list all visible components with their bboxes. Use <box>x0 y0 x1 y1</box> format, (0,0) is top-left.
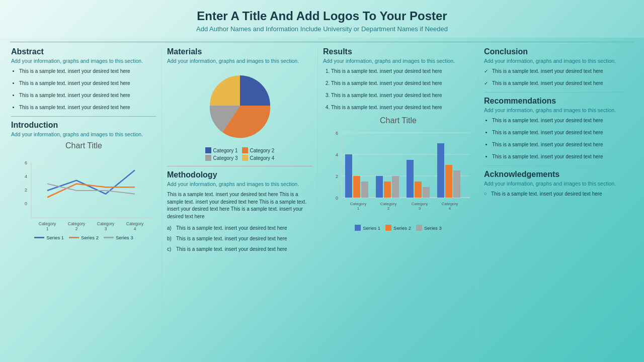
bar-chart-legend: Series 1 Series 2 Series 3 <box>355 225 442 231</box>
list-item: This is a sample text. insert your desir… <box>331 92 473 99</box>
pie-legend-cat1: Category 1 <box>205 147 238 153</box>
svg-rect-35 <box>415 182 422 198</box>
legend-dot-2 <box>242 147 248 153</box>
acknowledgements-section: Acknowledgements Add your information, g… <box>484 170 625 198</box>
svg-text:Category: Category <box>68 221 86 226</box>
svg-text:4: 4 <box>25 174 27 179</box>
svg-text:Category: Category <box>380 202 396 206</box>
svg-text:6: 6 <box>336 131 338 136</box>
conclusion-subtitle: Add your information, graphs and images … <box>484 58 625 64</box>
column-3: Results Add your information, graphs and… <box>318 47 479 351</box>
bar-legend-rect-2 <box>385 225 391 231</box>
bar-legend-label-2: Series 2 <box>393 225 411 231</box>
recommendations-subtitle: Add your information, graphs and images … <box>484 107 625 113</box>
legend-line-2 <box>69 237 79 238</box>
svg-text:Category: Category <box>126 221 144 226</box>
recommendations-title: Recommendations <box>484 97 625 106</box>
legend-dot-3 <box>205 155 211 161</box>
list-item: This is a sample text. insert your desir… <box>492 129 625 136</box>
svg-text:4: 4 <box>449 206 451 211</box>
svg-text:Category: Category <box>442 202 458 206</box>
svg-text:Category: Category <box>412 202 428 206</box>
pie-legend-cat3: Category 3 <box>205 155 238 161</box>
svg-text:1: 1 <box>357 206 360 211</box>
pie-label-3: Category 3 <box>213 155 238 161</box>
poster-subtitle: Add Author Names and Information Include… <box>10 25 634 33</box>
introduction-title: Introduction <box>11 121 156 130</box>
list-item: This is a sample text. insert your desir… <box>19 68 156 75</box>
conclusion-section: Conclusion Add your information, graphs … <box>484 47 625 87</box>
bar-legend-rect-1 <box>355 225 361 231</box>
results-title: Results <box>323 47 473 56</box>
list-item: This is a sample text. insert your desir… <box>492 141 625 148</box>
svg-rect-28 <box>345 154 352 198</box>
svg-text:6: 6 <box>25 160 27 165</box>
column-2: Materials Add your information, graphs a… <box>162 47 318 351</box>
legend-label-3: Series 3 <box>116 235 133 240</box>
svg-text:3: 3 <box>419 206 421 211</box>
svg-text:2: 2 <box>25 188 27 193</box>
methodology-list: This is a sample text. insert your desir… <box>167 225 312 252</box>
acknowledgements-title: Acknowledgements <box>484 170 625 179</box>
results-list: This is a sample text. insert your desir… <box>323 68 473 111</box>
svg-text:Category: Category <box>39 221 56 226</box>
introduction-subtitle: Add your information, graphs and images … <box>11 131 156 137</box>
recommendations-list: This is a sample text. insert your desir… <box>484 117 625 160</box>
legend-label-2: Series 2 <box>81 235 99 240</box>
acknowledgements-list: This is a sample text. insert your desir… <box>484 191 625 198</box>
abstract-list: This is a sample text. insert your desir… <box>11 68 156 111</box>
svg-rect-39 <box>453 170 460 198</box>
methodology-body: This is a sample text. insert your desir… <box>167 191 312 220</box>
legend-series1: Series 1 <box>34 235 64 240</box>
abstract-subtitle: Add your information, graphs and images … <box>11 58 156 64</box>
list-item: This is a sample text. insert your desir… <box>484 80 625 87</box>
legend-label-1: Series 1 <box>46 235 64 240</box>
list-item: This is a sample text. insert your desir… <box>492 117 625 124</box>
legend-series3: Series 3 <box>104 235 133 240</box>
pie-label-2: Category 2 <box>250 148 275 153</box>
svg-rect-29 <box>353 176 360 198</box>
svg-rect-34 <box>407 160 414 198</box>
conclusion-title: Conclusion <box>484 47 625 56</box>
divider3 <box>484 92 625 93</box>
bar-chart: Chart Title 0 2 4 6 <box>323 116 473 231</box>
svg-rect-36 <box>423 187 430 198</box>
introduction-section: Introduction Add your information, graph… <box>11 121 156 240</box>
list-item: This is a sample text. insert your desir… <box>331 80 473 87</box>
bar-chart-title: Chart Title <box>380 116 417 125</box>
list-item: This is a sample text. insert your desir… <box>19 104 156 111</box>
list-item: This is a sample text. insert your desir… <box>167 225 312 231</box>
pie-legend-cat4: Category 4 <box>242 155 275 161</box>
svg-text:1: 1 <box>46 226 49 231</box>
legend-line-3 <box>104 237 114 238</box>
list-item: This is a sample text. insert your desir… <box>484 191 625 198</box>
svg-rect-33 <box>392 176 399 198</box>
methodology-subtitle: Add your information, graphs and images … <box>167 181 312 187</box>
svg-rect-32 <box>384 182 391 198</box>
poster-title: Enter A Title And Add Logos To Your Post… <box>10 9 634 23</box>
abstract-section: Abstract Add your information, graphs an… <box>11 47 156 111</box>
materials-section: Materials Add your information, graphs a… <box>167 47 312 161</box>
results-subtitle: Add your information, graphs and images … <box>323 58 473 64</box>
svg-text:4: 4 <box>134 226 136 231</box>
svg-text:2: 2 <box>75 226 78 231</box>
header: Enter A Title And Add Logos To Your Post… <box>0 0 644 38</box>
list-item: This is a sample text. insert your desir… <box>19 80 156 87</box>
abstract-title: Abstract <box>11 47 156 56</box>
column-4: Conclusion Add your information, graphs … <box>479 47 630 351</box>
list-item: This is a sample text. insert your desir… <box>484 68 625 75</box>
methodology-section: Methodology Add your information, graphs… <box>167 170 312 252</box>
bar-legend-s1: Series 1 <box>355 225 380 231</box>
acknowledgements-subtitle: Add your information, graphs and images … <box>484 180 625 187</box>
svg-text:Category: Category <box>97 221 115 226</box>
main-content: Abstract Add your information, graphs an… <box>0 42 644 356</box>
svg-rect-37 <box>437 143 444 198</box>
bar-legend-s2: Series 2 <box>385 225 411 231</box>
conclusion-list: This is a sample text. insert your desir… <box>484 68 625 87</box>
pie-label-1: Category 1 <box>213 148 238 153</box>
svg-text:2: 2 <box>387 206 390 211</box>
bar-legend-label-3: Series 3 <box>424 225 442 231</box>
svg-rect-30 <box>361 182 368 198</box>
bar-chart-svg: 0 2 4 6 <box>324 127 472 223</box>
list-item: This is a sample text. insert your desir… <box>167 236 312 241</box>
